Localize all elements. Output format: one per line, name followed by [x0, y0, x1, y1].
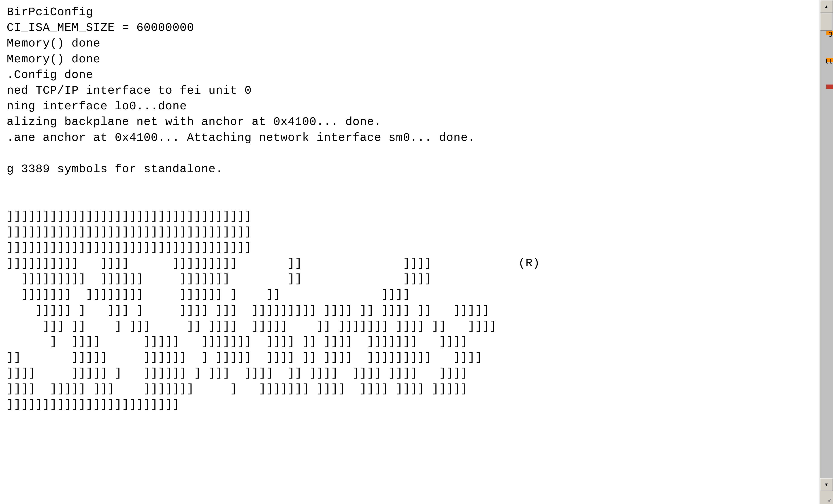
scroll-up-icon: ▲	[824, 4, 829, 9]
scroll-marker-3	[826, 84, 833, 89]
resize-corner[interactable]: ↙	[820, 491, 833, 504]
scroll-thumb[interactable]	[820, 13, 832, 31]
scrollbar[interactable]: ▲ 3 tt ▼ ↙	[819, 0, 833, 504]
scroll-number-2: tt	[825, 58, 833, 65]
terminal-area: BirPciConfig CI_ISA_MEM_SIZE = 60000000 …	[0, 0, 819, 504]
scroll-down-button[interactable]: ▼	[820, 478, 833, 491]
resize-icon: ↙	[828, 497, 832, 503]
terminal-output: BirPciConfig CI_ISA_MEM_SIZE = 60000000 …	[7, 4, 813, 412]
scroll-number: 3	[829, 31, 833, 38]
scroll-down-icon: ▼	[824, 482, 829, 487]
scroll-up-button[interactable]: ▲	[820, 0, 833, 13]
scroll-track[interactable]: 3 tt	[820, 13, 833, 478]
main-container: BirPciConfig CI_ISA_MEM_SIZE = 60000000 …	[0, 0, 833, 504]
